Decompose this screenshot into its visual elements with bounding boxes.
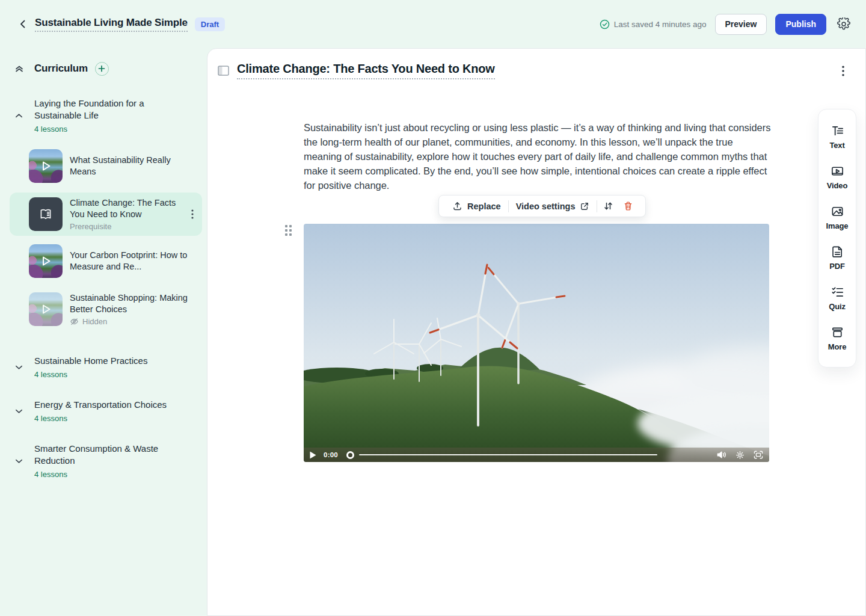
lesson-video-thumbnail (29, 292, 63, 326)
insert-pdf-button[interactable]: PDF (818, 238, 856, 278)
chevron-down-icon[interactable] (14, 363, 24, 372)
add-section-button[interactable] (95, 62, 109, 76)
insert-text-label: Text (829, 141, 844, 150)
play-button[interactable] (310, 451, 316, 459)
insert-text-button[interactable]: Text (818, 117, 856, 157)
back-button[interactable] (14, 16, 31, 32)
curriculum-section[interactable]: Smarter Consumption & Waste Reduction 4 … (14, 443, 197, 479)
video-time: 0:00 (324, 451, 338, 458)
lesson-header: Climate Change: The Facts You Need to Kn… (218, 62, 849, 79)
insert-pdf-label: PDF (829, 262, 845, 271)
chevron-up-icon[interactable] (14, 111, 24, 120)
play-icon (29, 149, 63, 183)
section-title: Smarter Consumption & Waste Reduction (34, 443, 173, 467)
fullscreen-button[interactable] (754, 451, 763, 459)
kebab-icon (842, 66, 844, 76)
sidebar-toggle-icon[interactable] (218, 66, 229, 76)
text-icon (831, 124, 844, 138)
lesson-title: What Sustainability Really Means (70, 155, 192, 177)
chevron-down-icon[interactable] (14, 457, 24, 466)
section-title: Sustainable Home Practices (34, 355, 147, 367)
lesson-meta: Prerequisite (70, 222, 180, 231)
kebab-icon (191, 209, 194, 219)
lesson-meta: Hidden (70, 317, 192, 326)
curriculum-sidebar: Curriculum Laying the Foundation for a S… (0, 48, 207, 616)
insert-block-toolbar: Text Video Image PDF Quiz More (818, 109, 856, 368)
topbar: Sustainable Living Made Simple Draft Las… (0, 0, 866, 48)
lesson-video-thumbnail (29, 244, 63, 278)
plus-icon (98, 65, 105, 72)
sort-arrows-icon (603, 201, 613, 211)
curriculum-section[interactable]: Sustainable Home Practices 4 lessons (14, 355, 197, 379)
delete-block-button[interactable] (618, 196, 638, 217)
insert-quiz-button[interactable]: Quiz (818, 278, 856, 318)
section-title: Laying the Foundation for a Sustainable … (34, 97, 173, 122)
insert-video-button[interactable]: Video (818, 157, 856, 197)
insert-more-label: More (828, 342, 847, 351)
lesson-options-menu[interactable] (838, 66, 849, 76)
section-title: Energy & Transportation Choices (34, 399, 167, 411)
image-icon (831, 205, 844, 218)
curriculum-header: Curriculum (14, 60, 197, 77)
course-title[interactable]: Sustainable Living Made Simple (35, 17, 188, 32)
curriculum-section[interactable]: Energy & Transportation Choices 4 lesson… (14, 399, 197, 423)
eye-off-icon (70, 317, 79, 326)
save-status-text: Last saved 4 minutes ago (614, 20, 707, 29)
video-frame-windfarm (304, 224, 769, 462)
preview-button[interactable]: Preview (715, 14, 767, 35)
lesson-item-selected[interactable]: Climate Change: The Facts You Need to Kn… (10, 192, 202, 236)
pdf-icon (831, 245, 844, 259)
gear-icon (837, 17, 850, 31)
replace-video-button[interactable]: Replace (446, 196, 507, 217)
status-badge: Draft (195, 17, 225, 31)
progress-track[interactable] (359, 454, 657, 455)
curriculum-section[interactable]: Laying the Foundation for a Sustainable … (14, 97, 197, 134)
media-toolbar: Replace Video settings (438, 195, 646, 217)
chevron-down-icon[interactable] (14, 407, 24, 416)
lesson-item[interactable]: What Sustainability Really Means (10, 144, 197, 188)
video-settings-label: Video settings (516, 202, 576, 211)
lesson-body-text[interactable]: Sustainability isn’t just about recyclin… (304, 120, 772, 192)
lesson-video-thumbnail (29, 149, 63, 183)
chevron-left-icon (18, 19, 28, 29)
volume-button[interactable] (717, 451, 726, 459)
lesson-reading-tile (29, 197, 63, 231)
insert-more-button[interactable]: More (818, 318, 856, 359)
lesson-editor-panel: Climate Change: The Facts You Need to Kn… (207, 48, 866, 616)
quiz-icon (831, 285, 844, 299)
section-lesson-count: 4 lessons (34, 370, 147, 379)
section-lesson-count: 4 lessons (34, 470, 173, 479)
video-icon (831, 164, 844, 178)
scrubber-knob[interactable] (346, 451, 354, 459)
external-link-icon (580, 202, 589, 211)
video-settings-button[interactable]: Video settings (510, 196, 596, 217)
player-settings-button[interactable] (735, 451, 745, 460)
video-controls: 0:00 (304, 448, 769, 462)
publish-button[interactable]: Publish (775, 14, 826, 35)
play-icon (29, 292, 63, 326)
save-status: Last saved 4 minutes ago (600, 19, 707, 29)
lesson-item[interactable]: Your Carbon Footprint: How to Measure an… (10, 239, 197, 283)
settings-button[interactable] (836, 16, 852, 32)
lesson-title: Climate Change: The Facts You Need to Kn… (70, 197, 180, 220)
lesson-item-hidden[interactable]: Sustainable Shopping: Making Better Choi… (10, 288, 197, 331)
move-block-button[interactable] (598, 196, 618, 217)
section-lesson-count: 4 lessons (34, 414, 167, 423)
toolbar-divider (597, 200, 597, 212)
lesson-page-title[interactable]: Climate Change: The Facts You Need to Kn… (237, 62, 495, 79)
section-lesson-count: 4 lessons (34, 125, 173, 134)
lesson-hidden-label: Hidden (82, 317, 107, 326)
video-player[interactable]: 0:00 (304, 224, 769, 462)
lesson-title: Sustainable Shopping: Making Better Choi… (70, 292, 192, 315)
insert-image-button[interactable]: Image (818, 197, 856, 238)
lesson-kebab-menu[interactable] (188, 209, 197, 219)
lesson-list: What Sustainability Really Means Climate… (14, 144, 197, 331)
upload-icon (452, 201, 462, 211)
replace-label: Replace (467, 202, 501, 211)
collapse-all-icon[interactable] (14, 64, 24, 73)
more-blocks-icon (831, 325, 844, 339)
play-icon (29, 244, 63, 278)
block-drag-handle[interactable] (285, 225, 292, 236)
check-circle-icon (600, 19, 610, 29)
book-open-icon (38, 206, 54, 222)
